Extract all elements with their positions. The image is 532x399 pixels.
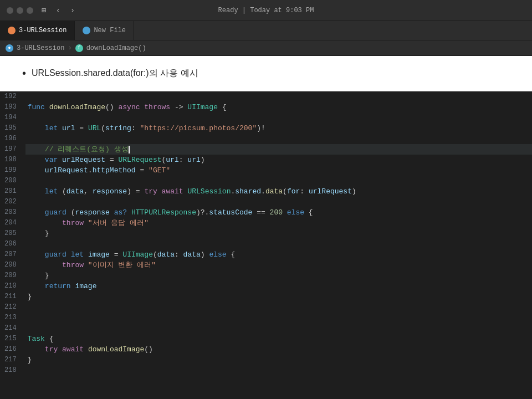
- breadcrumb-separator: ›: [68, 44, 71, 52]
- line-content: guard let image = UIImage(data: data) el…: [25, 249, 532, 260]
- line-content: [25, 112, 532, 123]
- nav-controls: ⊞ ‹ ›: [38, 4, 79, 17]
- line-content: urlRequest.httpMethod = "GET": [25, 165, 532, 176]
- table-row: 204 throw "서버 응답 에러": [0, 218, 532, 228]
- breadcrumb: ● 3-URLSession › f downLoadImage(): [0, 40, 532, 56]
- line-number: 214: [0, 323, 25, 334]
- maximize-control[interactable]: [27, 7, 33, 14]
- table-row: 194: [0, 112, 532, 123]
- code-editor[interactable]: 192 193 func downLoadImage() async throw…: [0, 91, 532, 376]
- titlebar-left: ⊞ ‹ ›: [7, 4, 79, 17]
- line-number: 196: [0, 134, 25, 144]
- table-row: 214: [0, 323, 532, 334]
- status-text: Ready | Today at 9:03 PM: [218, 7, 314, 14]
- table-row: 211 }: [0, 291, 532, 302]
- line-content: }: [25, 291, 532, 302]
- line-content: try await downLoadImage(): [25, 344, 532, 355]
- table-row: 212: [0, 302, 532, 313]
- tab-icon-new-file: [83, 27, 90, 34]
- tab-label-url-session: 3-URLSession: [19, 27, 66, 34]
- line-content: }: [25, 270, 532, 281]
- close-control[interactable]: [7, 7, 13, 14]
- line-number: 201: [0, 186, 25, 197]
- line-number: 194: [0, 112, 25, 123]
- line-number: 193: [0, 102, 25, 112]
- doc-bullet: URLSession.shared.data(for:)의 사용 예시: [22, 67, 510, 80]
- line-number: 216: [0, 344, 25, 355]
- line-content: guard (response as? HTTPURLResponse)?.st…: [25, 207, 532, 218]
- forward-button[interactable]: ›: [66, 4, 79, 17]
- line-number: 192: [0, 91, 25, 102]
- breadcrumb-root[interactable]: 3-URLSession: [17, 44, 64, 52]
- line-content: [25, 365, 532, 376]
- table-row: 205 }: [0, 228, 532, 239]
- line-number: 206: [0, 239, 25, 249]
- titlebar: ⊞ ‹ › Ready | Today at 9:03 PM: [0, 0, 532, 21]
- line-number: 205: [0, 228, 25, 239]
- doc-area: URLSession.shared.data(for:)의 사용 예시: [0, 56, 532, 91]
- line-number: 209: [0, 270, 25, 281]
- table-row: 195 let url = URL(string: "https://picsu…: [0, 123, 532, 134]
- line-content: [25, 176, 532, 186]
- table-row: 206: [0, 239, 532, 249]
- table-row: 210 return image: [0, 281, 532, 291]
- line-content: throw "서버 응답 에러": [25, 218, 532, 228]
- table-row: 208 throw "이미지 변환 에러": [0, 260, 532, 270]
- table-row: 200: [0, 176, 532, 186]
- tab-label-new-file: New File: [94, 27, 126, 34]
- line-number: 198: [0, 155, 25, 165]
- line-number: 217: [0, 355, 25, 365]
- grid-icon[interactable]: ⊞: [38, 4, 50, 17]
- tab-icon-url-session: [8, 27, 16, 34]
- line-number: 195: [0, 123, 25, 134]
- line-number: 211: [0, 291, 25, 302]
- line-content: var urlRequest = URLRequest(url: url): [25, 155, 532, 165]
- table-row: 196: [0, 134, 532, 144]
- line-number: 212: [0, 302, 25, 313]
- tabs-bar: 3-URLSession New File: [0, 21, 532, 40]
- line-number: 200: [0, 176, 25, 186]
- minimize-control[interactable]: [17, 7, 23, 14]
- line-content: [25, 302, 532, 313]
- back-button[interactable]: ‹: [52, 4, 64, 17]
- line-content: [25, 313, 532, 323]
- line-number: 203: [0, 207, 25, 218]
- line-content: return image: [25, 281, 532, 291]
- tab-url-session[interactable]: 3-URLSession: [0, 21, 75, 40]
- line-content: [25, 239, 532, 249]
- line-content: }: [25, 228, 532, 239]
- line-content: Task {: [25, 334, 532, 344]
- table-row: 216 try await downLoadImage(): [0, 344, 532, 355]
- line-number: 199: [0, 165, 25, 176]
- line-content: [25, 134, 532, 144]
- window-controls: [7, 7, 33, 14]
- table-row: 198 var urlRequest = URLRequest(url: url…: [0, 155, 532, 165]
- line-number: 215: [0, 334, 25, 344]
- line-number: 202: [0, 197, 25, 207]
- line-content: [25, 91, 532, 102]
- line-number: 204: [0, 218, 25, 228]
- line-content: // 리퀘스트(요청) 생성: [25, 144, 532, 155]
- line-number: 218: [0, 365, 25, 376]
- table-row: 193 func downLoadImage() async throws ->…: [0, 102, 532, 112]
- line-content: let url = URL(string: "https://picsum.ph…: [25, 123, 532, 134]
- line-number: 213: [0, 313, 25, 323]
- table-row: 207 guard let image = UIImage(data: data…: [0, 249, 532, 260]
- table-row: 201 let (data, response) = try await URL…: [0, 186, 532, 197]
- line-content: [25, 323, 532, 334]
- table-row: 213: [0, 313, 532, 323]
- code-table: 192 193 func downLoadImage() async throw…: [0, 91, 532, 376]
- table-row: 217 }: [0, 355, 532, 365]
- tab-new-file[interactable]: New File: [75, 21, 134, 40]
- line-number: 207: [0, 249, 25, 260]
- breadcrumb-icon: ●: [6, 44, 13, 52]
- table-row: 215 Task {: [0, 334, 532, 344]
- breadcrumb-fn-icon: f: [75, 44, 83, 52]
- breadcrumb-function[interactable]: downLoadImage(): [86, 44, 146, 52]
- line-number: 210: [0, 281, 25, 291]
- line-content: throw "이미지 변환 에러": [25, 260, 532, 270]
- table-row: 203 guard (response as? HTTPURLResponse)…: [0, 207, 532, 218]
- table-row: 197 // 리퀘스트(요청) 생성: [0, 144, 532, 155]
- line-content: func downLoadImage() async throws -> UII…: [25, 102, 532, 112]
- line-content: let (data, response) = try await URLSess…: [25, 186, 532, 197]
